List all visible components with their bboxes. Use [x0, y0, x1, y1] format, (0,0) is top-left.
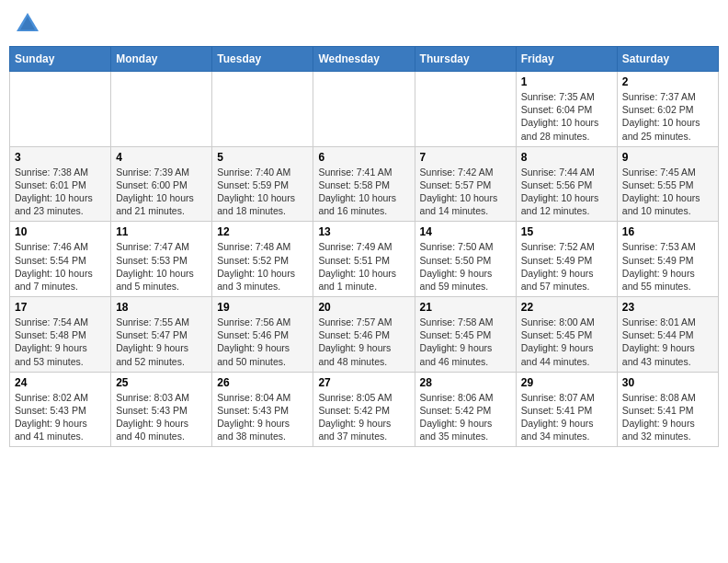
weekday-header-friday: Friday — [516, 47, 617, 72]
day-number: 2 — [622, 75, 713, 88]
calendar-cell: 23Sunrise: 8:01 AM Sunset: 5:44 PM Dayli… — [617, 297, 718, 373]
calendar-cell: 29Sunrise: 8:07 AM Sunset: 5:41 PM Dayli… — [516, 372, 617, 447]
day-info: Sunrise: 8:01 AM Sunset: 5:44 PM Dayligh… — [622, 316, 713, 368]
day-info: Sunrise: 7:46 AM Sunset: 5:54 PM Dayligh… — [15, 240, 106, 293]
calendar-cell — [212, 72, 313, 147]
calendar-cell: 18Sunrise: 7:55 AM Sunset: 5:47 PM Dayli… — [111, 297, 212, 373]
calendar-cell: 2Sunrise: 7:37 AM Sunset: 6:02 PM Daylig… — [617, 72, 718, 147]
weekday-header-monday: Monday — [111, 47, 212, 72]
day-info: Sunrise: 8:04 AM Sunset: 5:43 PM Dayligh… — [217, 391, 308, 443]
calendar-cell: 1Sunrise: 7:35 AM Sunset: 6:04 PM Daylig… — [516, 72, 617, 147]
weekday-header-saturday: Saturday — [617, 47, 718, 72]
calendar-cell: 6Sunrise: 7:41 AM Sunset: 5:58 PM Daylig… — [313, 146, 415, 222]
day-number: 22 — [521, 301, 612, 314]
calendar-week-3: 10Sunrise: 7:46 AM Sunset: 5:54 PM Dayli… — [10, 222, 719, 297]
weekday-header-thursday: Thursday — [415, 47, 516, 72]
day-number: 17 — [15, 301, 106, 314]
day-info: Sunrise: 7:39 AM Sunset: 6:00 PM Dayligh… — [116, 166, 207, 218]
day-info: Sunrise: 8:00 AM Sunset: 5:45 PM Dayligh… — [521, 316, 612, 368]
day-info: Sunrise: 7:38 AM Sunset: 6:01 PM Dayligh… — [15, 166, 106, 218]
weekday-header-row: SundayMondayTuesdayWednesdayThursdayFrid… — [10, 47, 719, 72]
day-number: 24 — [15, 376, 106, 389]
day-info: Sunrise: 7:50 AM Sunset: 5:50 PM Dayligh… — [420, 240, 511, 293]
day-number: 25 — [116, 376, 207, 389]
day-number: 5 — [217, 151, 308, 164]
calendar-cell: 9Sunrise: 7:45 AM Sunset: 5:55 PM Daylig… — [617, 146, 718, 222]
calendar-cell: 10Sunrise: 7:46 AM Sunset: 5:54 PM Dayli… — [10, 222, 111, 297]
day-info: Sunrise: 7:44 AM Sunset: 5:56 PM Dayligh… — [521, 166, 612, 218]
weekday-header-wednesday: Wednesday — [313, 47, 415, 72]
day-info: Sunrise: 7:49 AM Sunset: 5:51 PM Dayligh… — [318, 240, 409, 293]
calendar-cell: 25Sunrise: 8:03 AM Sunset: 5:43 PM Dayli… — [111, 372, 212, 447]
calendar-cell — [10, 72, 111, 147]
day-info: Sunrise: 8:06 AM Sunset: 5:42 PM Dayligh… — [420, 391, 511, 443]
day-number: 27 — [318, 376, 409, 389]
day-number: 3 — [15, 151, 106, 164]
day-number: 30 — [622, 376, 713, 389]
day-info: Sunrise: 7:41 AM Sunset: 5:58 PM Dayligh… — [318, 166, 409, 218]
day-info: Sunrise: 8:07 AM Sunset: 5:41 PM Dayligh… — [521, 391, 612, 443]
day-number: 21 — [420, 301, 511, 314]
calendar-body: 1Sunrise: 7:35 AM Sunset: 6:04 PM Daylig… — [10, 72, 719, 447]
calendar-cell: 15Sunrise: 7:52 AM Sunset: 5:49 PM Dayli… — [516, 222, 617, 297]
day-number: 13 — [318, 225, 409, 238]
calendar-cell: 17Sunrise: 7:54 AM Sunset: 5:48 PM Dayli… — [10, 297, 111, 373]
day-info: Sunrise: 7:47 AM Sunset: 5:53 PM Dayligh… — [116, 240, 207, 293]
day-number: 20 — [318, 301, 409, 314]
day-number: 29 — [521, 376, 612, 389]
day-number: 10 — [15, 225, 106, 238]
day-number: 18 — [116, 301, 207, 314]
calendar-cell: 27Sunrise: 8:05 AM Sunset: 5:42 PM Dayli… — [313, 372, 415, 447]
day-info: Sunrise: 7:57 AM Sunset: 5:46 PM Dayligh… — [318, 316, 409, 368]
day-number: 15 — [521, 225, 612, 238]
day-info: Sunrise: 7:58 AM Sunset: 5:45 PM Dayligh… — [420, 316, 511, 368]
day-number: 14 — [420, 225, 511, 238]
day-info: Sunrise: 7:37 AM Sunset: 6:02 PM Dayligh… — [622, 90, 713, 143]
calendar-cell: 3Sunrise: 7:38 AM Sunset: 6:01 PM Daylig… — [10, 146, 111, 222]
weekday-header-tuesday: Tuesday — [212, 47, 313, 72]
logo-icon — [13, 9, 42, 39]
logo — [13, 9, 46, 39]
day-info: Sunrise: 8:03 AM Sunset: 5:43 PM Dayligh… — [116, 391, 207, 443]
calendar-cell — [313, 72, 415, 147]
calendar-cell: 5Sunrise: 7:40 AM Sunset: 5:59 PM Daylig… — [212, 146, 313, 222]
day-info: Sunrise: 7:54 AM Sunset: 5:48 PM Dayligh… — [15, 316, 106, 368]
day-number: 4 — [116, 151, 207, 164]
day-number: 26 — [217, 376, 308, 389]
day-info: Sunrise: 7:48 AM Sunset: 5:52 PM Dayligh… — [217, 240, 308, 293]
calendar-week-2: 3Sunrise: 7:38 AM Sunset: 6:01 PM Daylig… — [10, 146, 719, 222]
calendar-cell: 22Sunrise: 8:00 AM Sunset: 5:45 PM Dayli… — [516, 297, 617, 373]
day-number: 19 — [217, 301, 308, 314]
calendar-cell: 24Sunrise: 8:02 AM Sunset: 5:43 PM Dayli… — [10, 372, 111, 447]
day-number: 11 — [116, 225, 207, 238]
calendar-cell: 20Sunrise: 7:57 AM Sunset: 5:46 PM Dayli… — [313, 297, 415, 373]
day-info: Sunrise: 7:55 AM Sunset: 5:47 PM Dayligh… — [116, 316, 207, 368]
calendar-cell: 26Sunrise: 8:04 AM Sunset: 5:43 PM Dayli… — [212, 372, 313, 447]
day-number: 16 — [622, 225, 713, 238]
day-info: Sunrise: 7:56 AM Sunset: 5:46 PM Dayligh… — [217, 316, 308, 368]
day-info: Sunrise: 8:05 AM Sunset: 5:42 PM Dayligh… — [318, 391, 409, 443]
day-info: Sunrise: 7:52 AM Sunset: 5:49 PM Dayligh… — [521, 240, 612, 293]
calendar-week-1: 1Sunrise: 7:35 AM Sunset: 6:04 PM Daylig… — [10, 72, 719, 147]
day-info: Sunrise: 8:08 AM Sunset: 5:41 PM Dayligh… — [622, 391, 713, 443]
calendar-week-4: 17Sunrise: 7:54 AM Sunset: 5:48 PM Dayli… — [10, 297, 719, 373]
day-info: Sunrise: 7:35 AM Sunset: 6:04 PM Dayligh… — [521, 90, 612, 143]
day-number: 7 — [420, 151, 511, 164]
calendar-cell: 11Sunrise: 7:47 AM Sunset: 5:53 PM Dayli… — [111, 222, 212, 297]
calendar-cell — [415, 72, 516, 147]
calendar-header: SundayMondayTuesdayWednesdayThursdayFrid… — [10, 47, 719, 72]
day-number: 28 — [420, 376, 511, 389]
calendar-cell: 30Sunrise: 8:08 AM Sunset: 5:41 PM Dayli… — [617, 372, 718, 447]
day-number: 6 — [318, 151, 409, 164]
calendar-cell: 21Sunrise: 7:58 AM Sunset: 5:45 PM Dayli… — [415, 297, 516, 373]
calendar-cell — [111, 72, 212, 147]
calendar-cell: 12Sunrise: 7:48 AM Sunset: 5:52 PM Dayli… — [212, 222, 313, 297]
day-number: 23 — [622, 301, 713, 314]
calendar-table: SundayMondayTuesdayWednesdayThursdayFrid… — [9, 46, 719, 447]
day-number: 1 — [521, 75, 612, 88]
calendar-cell: 7Sunrise: 7:42 AM Sunset: 5:57 PM Daylig… — [415, 146, 516, 222]
calendar-cell: 4Sunrise: 7:39 AM Sunset: 6:00 PM Daylig… — [111, 146, 212, 222]
page-header — [9, 9, 719, 39]
day-info: Sunrise: 7:53 AM Sunset: 5:49 PM Dayligh… — [622, 240, 713, 293]
calendar-cell: 13Sunrise: 7:49 AM Sunset: 5:51 PM Dayli… — [313, 222, 415, 297]
